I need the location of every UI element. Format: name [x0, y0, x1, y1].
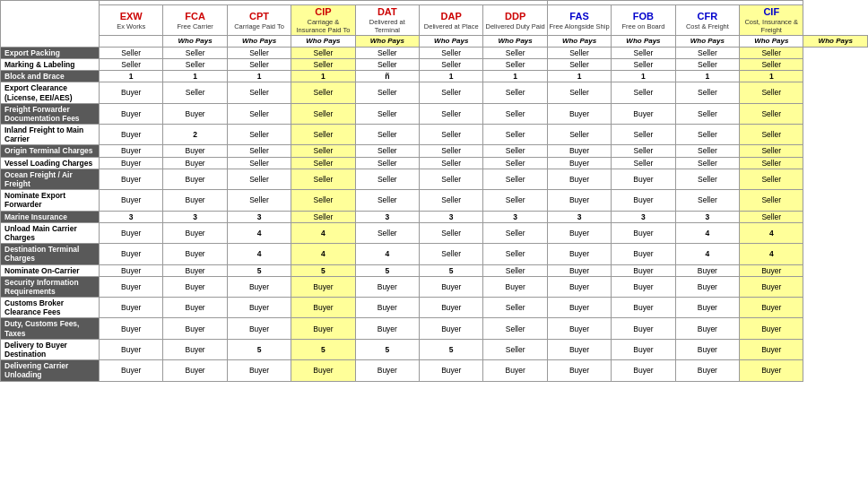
- data-cell: Buyer: [612, 298, 675, 318]
- data-cell: 5: [291, 339, 355, 359]
- data-cell: 5: [227, 264, 291, 276]
- data-cell: Buyer: [100, 360, 163, 381]
- table-row: Origin Terminal ChargesBuyerBuyerSellerS…: [1, 145, 868, 157]
- data-cell: Seller: [483, 339, 547, 359]
- data-cell: 3: [420, 211, 483, 222]
- data-cell: Seller: [227, 190, 291, 211]
- data-cell: Seller: [483, 318, 547, 339]
- data-cell: Buyer: [740, 318, 803, 339]
- data-cell: Seller: [227, 169, 291, 189]
- data-cell: Buyer: [547, 264, 611, 276]
- data-cell: Seller: [547, 47, 611, 58]
- table-row: Unload Main Carrier ChargesBuyerBuyer44S…: [1, 222, 868, 243]
- data-cell: Buyer: [740, 360, 803, 381]
- data-cell: Seller: [355, 47, 419, 58]
- data-cell: Buyer: [291, 276, 355, 297]
- data-cell: 4: [291, 244, 355, 264]
- table-row: Nominate Export ForwarderBuyerBuyerSelle…: [1, 190, 868, 211]
- incoterm-codes-row: EXW Ex Works FCA Free Carrier CPT Carria…: [1, 5, 868, 36]
- data-cell: Buyer: [163, 222, 227, 243]
- cfr-code: CFR: [677, 11, 738, 22]
- data-cell: Seller: [612, 145, 675, 157]
- data-cell: Seller: [355, 190, 419, 211]
- table-row: Vessel Loading ChargesBuyerBuyerSellerSe…: [1, 157, 868, 169]
- data-cell: Seller: [675, 190, 739, 211]
- service-label: Nominate On-Carrier: [1, 264, 100, 276]
- data-cell: Seller: [355, 103, 419, 124]
- data-cell: 1: [420, 71, 483, 82]
- dat-sub: Delivered at Terminal: [357, 18, 418, 34]
- data-cell: Buyer: [740, 298, 803, 318]
- who-pays-cfr: Who Pays: [740, 36, 803, 48]
- data-cell: 4: [227, 222, 291, 243]
- data-cell: Seller: [420, 222, 483, 243]
- data-cell: Buyer: [547, 298, 611, 318]
- data-cell: Seller: [740, 211, 803, 222]
- data-cell: 3: [163, 211, 227, 222]
- data-cell: 4: [227, 244, 291, 264]
- table-body: Export PackingSellerSellerSellerSellerSe…: [1, 47, 868, 381]
- data-cell: Buyer: [100, 125, 163, 145]
- data-cell: Buyer: [163, 103, 227, 124]
- data-cell: 1: [740, 71, 803, 82]
- data-cell: Seller: [163, 82, 227, 103]
- data-cell: Buyer: [227, 360, 291, 381]
- data-cell: Buyer: [163, 169, 227, 189]
- data-cell: Buyer: [675, 264, 739, 276]
- cif-sub: Cost, Insurance & Freight: [741, 18, 802, 34]
- data-cell: Seller: [291, 145, 355, 157]
- data-cell: Seller: [547, 125, 611, 145]
- table-row: Nominate On-CarrierBuyerBuyer5555SellerB…: [1, 264, 868, 276]
- data-cell: Seller: [420, 145, 483, 157]
- data-cell: Buyer: [355, 318, 419, 339]
- data-cell: Seller: [740, 103, 803, 124]
- data-cell: Seller: [355, 145, 419, 157]
- data-cell: Buyer: [675, 339, 739, 359]
- data-cell: Seller: [740, 82, 803, 103]
- data-cell: 3: [227, 211, 291, 222]
- service-label: Duty, Customs Fees, Taxes: [1, 318, 100, 339]
- data-cell: Buyer: [612, 318, 675, 339]
- service-label: Marine Insurance: [1, 211, 100, 222]
- data-cell: 5: [420, 264, 483, 276]
- data-cell: Seller: [483, 244, 547, 264]
- data-cell: Seller: [483, 47, 547, 58]
- data-cell: Seller: [675, 82, 739, 103]
- data-cell: 3: [355, 211, 419, 222]
- table-row: Export PackingSellerSellerSellerSellerSe…: [1, 47, 868, 58]
- data-cell: Seller: [355, 125, 419, 145]
- data-cell: Buyer: [100, 169, 163, 189]
- data-cell: Seller: [483, 157, 547, 169]
- data-cell: Buyer: [547, 145, 611, 157]
- data-cell: Buyer: [612, 264, 675, 276]
- service-label: Ocean Freight / Air Freight: [1, 169, 100, 189]
- service-label: Block and Brace: [1, 71, 100, 82]
- data-cell: 1: [100, 71, 163, 82]
- data-cell: 1: [547, 71, 611, 82]
- data-cell: Seller: [227, 58, 291, 70]
- data-cell: Buyer: [547, 169, 611, 189]
- data-cell: Buyer: [675, 318, 739, 339]
- data-cell: Seller: [420, 157, 483, 169]
- data-cell: 4: [740, 222, 803, 243]
- data-cell: Buyer: [612, 190, 675, 211]
- ddp-sub: Delivered Duty Paid: [484, 22, 545, 30]
- data-cell: Buyer: [675, 360, 739, 381]
- data-cell: Seller: [291, 58, 355, 70]
- who-pays-dap: Who Pays: [483, 36, 547, 48]
- who-pays-cpt: Who Pays: [291, 36, 355, 48]
- data-cell: 5: [420, 339, 483, 359]
- data-cell: Seller: [675, 103, 739, 124]
- data-cell: Buyer: [100, 190, 163, 211]
- fas-sub: Free Alongside Ship: [549, 22, 610, 30]
- data-cell: Buyer: [163, 360, 227, 381]
- who-pays-fca: Who Pays: [227, 36, 291, 48]
- service-label: Origin Terminal Charges: [1, 145, 100, 157]
- service-label: Delivering Carrier Unloading: [1, 360, 100, 381]
- table-row: Export Clearance (License, EEI/AES)Buyer…: [1, 82, 868, 103]
- table-row: Delivery to Buyer DestinationBuyerBuyer5…: [1, 339, 868, 359]
- who-pays-fas: Who Pays: [612, 36, 675, 48]
- data-cell: Buyer: [547, 157, 611, 169]
- data-cell: Seller: [291, 82, 355, 103]
- data-cell: Seller: [483, 190, 547, 211]
